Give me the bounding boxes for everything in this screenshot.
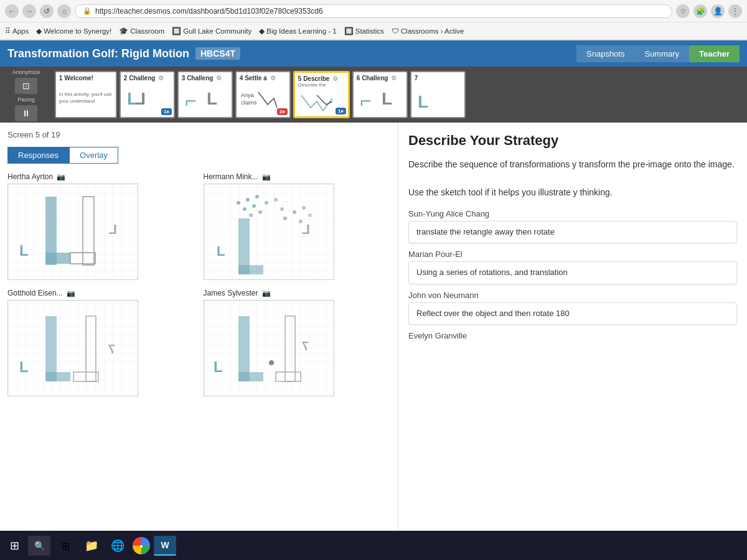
- slide-thumb-3[interactable]: 3 Challeng ⚙ ⌐ L: [177, 71, 233, 118]
- svg-text:7: 7: [301, 339, 308, 353]
- svg-rect-11: [45, 253, 70, 264]
- svg-text:7: 7: [108, 342, 115, 356]
- lock-icon: 🔒: [83, 7, 92, 15]
- slide-title-3: Challeng: [187, 75, 213, 82]
- taskbar-file-explorer[interactable]: 📁: [80, 536, 103, 556]
- slide-title-1: Welcome!: [64, 75, 93, 82]
- svg-point-18: [246, 198, 250, 202]
- snapshots-button[interactable]: Snapshots: [576, 45, 634, 62]
- responses-tab[interactable]: Responses: [7, 147, 69, 164]
- svg-rect-28: [238, 265, 263, 274]
- svg-rect-16: [204, 184, 334, 279]
- extensions-btn[interactable]: 🧩: [693, 4, 707, 18]
- slide-svg-6: ⌐ L: [357, 83, 403, 114]
- menu-btn[interactable]: ⋮: [728, 4, 742, 18]
- svg-point-26: [280, 207, 284, 211]
- slide-title-4: Settle a: [245, 75, 267, 82]
- bookmark-statistics-label: Statistics: [355, 27, 384, 35]
- student-name-4: James Sylvester 📷: [204, 289, 391, 297]
- bookmark-apps[interactable]: ⠿ Apps: [5, 27, 29, 35]
- svg-text:L: L: [207, 89, 217, 108]
- svg-point-17: [237, 201, 240, 205]
- camera-icon-1[interactable]: 📷: [57, 173, 65, 181]
- slide-thumb-4[interactable]: 4 Settle a ⚙ Anya claims 2♠: [235, 71, 291, 118]
- slide-num-4: 4 Settle a ⚙: [240, 75, 286, 82]
- slide-num-2: 2 Challeng ⚙: [124, 75, 171, 82]
- screen-info: Screen 5 of 19: [7, 130, 390, 139]
- student-card-4: James Sylvester 📷: [204, 289, 391, 396]
- camera-icon-4[interactable]: 📷: [262, 289, 271, 297]
- windows-start-button[interactable]: ⊞: [5, 536, 24, 555]
- student-canvas-1: L L: [7, 184, 138, 280]
- big-ideas-icon: ◆: [259, 27, 265, 35]
- svg-point-23: [258, 210, 262, 214]
- apps-grid-icon: ⠿: [5, 27, 11, 35]
- taskbar-word-app[interactable]: W: [154, 536, 176, 556]
- profile-btn[interactable]: 👤: [711, 4, 725, 18]
- taskbar-search-button[interactable]: 🔍: [28, 536, 50, 556]
- slide-badge-4: 2♠: [277, 108, 288, 115]
- slide-thumb-6[interactable]: 6 Challeng ⚙ ⌐ L: [352, 71, 408, 118]
- slide-title-5: Describe: [303, 75, 329, 82]
- svg-rect-38: [45, 372, 70, 381]
- svg-text:L: L: [135, 89, 146, 108]
- bookmark-statistics[interactable]: 🔲 Statistics: [344, 27, 384, 35]
- slide-svg-7: L: [415, 83, 461, 114]
- slide-thumb-7[interactable]: 7 L: [410, 71, 466, 118]
- pacing-button[interactable]: ⊡: [15, 78, 37, 94]
- right-panel: Describe Your Strategy Describe the sequ…: [398, 123, 747, 531]
- statistics-icon: 🔲: [344, 27, 354, 35]
- response-item-2: Marian Pour-El Using a series of rotatio…: [408, 250, 737, 284]
- bookmark-big-ideas-label: Big Ideas Learning - 1: [266, 27, 337, 35]
- bookmark-synergy[interactable]: ◆ Welcome to Synergy!: [36, 27, 111, 35]
- bookmark-gull-lake-label: Gull Lake Community: [183, 27, 251, 35]
- slide-badge-2: 1♠: [161, 108, 172, 115]
- svg-rect-44: [238, 316, 250, 381]
- student-card-1: Hertha Ayrton 📷: [7, 172, 195, 280]
- svg-point-32: [293, 210, 296, 214]
- svg-text:L: L: [382, 89, 392, 108]
- forward-button[interactable]: →: [22, 4, 36, 18]
- bookmark-star[interactable]: ☆: [676, 4, 690, 18]
- refresh-button[interactable]: ↺: [40, 4, 54, 18]
- bookmark-gull-lake[interactable]: 🔲 Gull Lake Community: [172, 27, 251, 35]
- bookmark-big-ideas[interactable]: ◆ Big Ideas Learning - 1: [259, 27, 337, 35]
- slide-preview-1: In this activity, you'll use your unders…: [59, 82, 113, 114]
- header-nav: Snapshots Summary Teacher: [576, 45, 740, 62]
- bookmark-classrooms[interactable]: 🛡 Classrooms › Active: [392, 27, 464, 35]
- slide-thumb-5[interactable]: 5 Describe ⚙ Describe the 1♠: [293, 71, 350, 118]
- taskbar-chrome-icon[interactable]: ●: [133, 537, 150, 554]
- slide-num-7: 7: [415, 75, 461, 82]
- address-bar[interactable]: 🔒 https://teacher.desmos.com/dashboard/5…: [75, 4, 672, 18]
- home-button[interactable]: ⌂: [57, 4, 71, 18]
- slide-thumb-1[interactable]: 1 Welcome! In this activity, you'll use …: [55, 71, 117, 118]
- overlay-tab[interactable]: Overlay: [69, 147, 118, 164]
- bookmark-classroom[interactable]: 🎓 Classroom: [119, 27, 164, 35]
- resp-bubble-3: Reflect over the object and then rotate …: [408, 302, 737, 325]
- browser-nav: ← → ↺ ⌂ 🔒 https://teacher.desmos.com/das…: [0, 0, 747, 22]
- svg-text:L: L: [19, 358, 29, 375]
- resp-student-name-2: Marian Pour-El: [408, 250, 737, 259]
- app-title-area: Transformation Golf: Rigid Motion HBCS4T: [7, 47, 576, 60]
- resp-student-name-4: Evelyn Granville: [408, 331, 737, 340]
- student-response-list: Sun-Yung Alice Chang translate the retan…: [408, 209, 737, 343]
- camera-icon-2[interactable]: 📷: [262, 173, 271, 181]
- instruction-text: Describe the sequence of transformations…: [408, 157, 737, 199]
- screen-title: Describe Your Strategy: [408, 133, 737, 149]
- gull-lake-icon: 🔲: [172, 27, 181, 35]
- svg-text:L: L: [109, 222, 117, 237]
- back-button[interactable]: ←: [5, 4, 19, 18]
- svg-rect-43: [204, 301, 334, 396]
- pause-button[interactable]: ⏸: [15, 105, 37, 121]
- svg-point-35: [308, 213, 312, 217]
- slide-num-5: 5 Describe ⚙: [298, 75, 345, 82]
- taskbar-globe-icon[interactable]: 🌐: [106, 536, 129, 556]
- summary-button[interactable]: Summary: [634, 45, 689, 62]
- classroom-icon: 🎓: [119, 27, 128, 35]
- settings-icon-3: ⚙: [216, 75, 222, 82]
- slide-thumb-2[interactable]: 2 Challeng ⚙ L L 1♠: [120, 71, 175, 118]
- taskbar-apps-icon[interactable]: ⊞: [54, 536, 77, 556]
- slide-preview-7: L: [415, 82, 461, 114]
- teacher-button[interactable]: Teacher: [689, 45, 740, 62]
- camera-icon-3[interactable]: 📷: [67, 289, 75, 297]
